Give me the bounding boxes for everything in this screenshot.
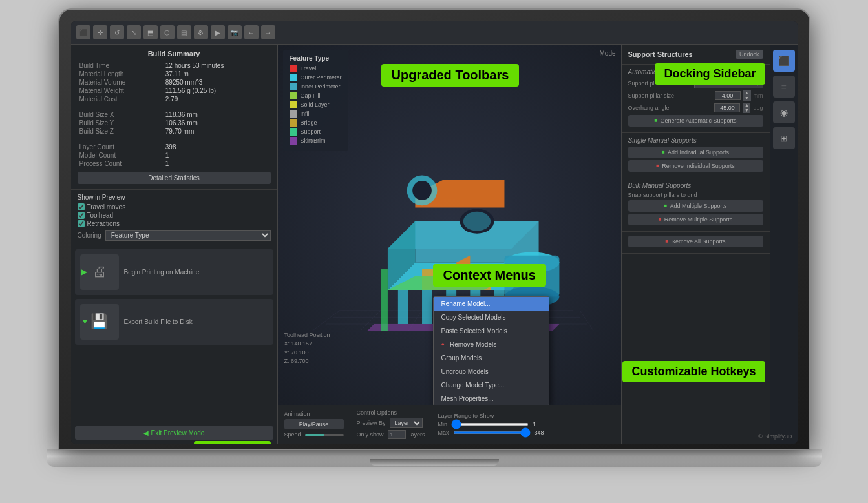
table-row: Model Count1 <box>78 151 271 159</box>
add-individual-button[interactable]: Add Individual Supports <box>628 147 763 158</box>
context-menu-item-ungroup[interactable]: Ungroup Models <box>434 365 549 378</box>
context-menu-item-change-type[interactable]: Change Model Type... <box>434 378 549 392</box>
legend-label-inner: Inner Perimeter <box>301 83 341 90</box>
toolbar-icon-move[interactable]: ✛ <box>93 25 107 39</box>
table-row: Build Size Z79.70 mm <box>78 127 271 136</box>
sidebar-icon-cube[interactable]: ⬛ <box>773 50 795 72</box>
context-menu-item-remove[interactable]: ● Remove Models <box>434 338 549 351</box>
max-slider[interactable] <box>453 431 531 434</box>
overhang-angle-label: Overhang angle <box>628 105 712 111</box>
table-row: Material Cost2.79 <box>78 95 271 103</box>
retractions-label: Retractions <box>87 220 120 227</box>
sidebar-icon-sphere[interactable]: ◉ <box>773 101 795 123</box>
legend-travel: Travel <box>290 65 342 72</box>
toolbar-icon-arrow-right[interactable]: → <box>261 25 275 39</box>
retractions-checkbox[interactable] <box>78 220 85 227</box>
legend-label-travel: Travel <box>301 65 317 72</box>
toolhead-pos-label: Toolhead Position <box>284 331 330 340</box>
overhang-angle-input[interactable] <box>714 103 740 112</box>
docking-sidebar-label: Docking Sidebar <box>655 63 765 85</box>
table-row: Layer Count398 <box>78 143 271 151</box>
toolbar-icon-support[interactable]: ⬡ <box>160 25 175 39</box>
overhang-angle-field: Overhang angle ▲ ▼ deg <box>628 103 763 113</box>
remove-all-button[interactable]: Remove All Supports <box>628 236 763 247</box>
table-row: Material Volume89250 mm^3 <box>78 78 271 87</box>
animation-group: Animation Play/Pause Speed <box>284 411 344 438</box>
laptop-outer: ⬛ ✛ ↺ ⤡ ⬒ ⬡ ▤ ⚙ ▶ 📷 ← → <box>47 10 822 494</box>
only-show-input[interactable] <box>388 430 406 439</box>
single-manual-title: Single Manual Supports <box>628 137 763 144</box>
max-value: 348 <box>535 429 544 436</box>
play-pause-button[interactable]: Play/Pause <box>284 419 344 429</box>
toolhead-checkbox[interactable] <box>78 212 85 219</box>
context-menu-item-rename[interactable]: Rename Model... <box>434 297 549 311</box>
single-manual-section: Single Manual Supports Add Individual Su… <box>622 133 770 178</box>
toolbar-icon-rotate[interactable]: ↺ <box>110 25 124 39</box>
legend-label-gap: Gap Fill <box>301 92 321 99</box>
toolbar-icon-raft[interactable]: ▤ <box>177 25 191 39</box>
toolbar-icon-mirror[interactable]: ⬒ <box>143 25 158 39</box>
toolbar-icon-settings[interactable]: ⚙ <box>194 25 208 39</box>
speed-slider[interactable] <box>305 434 344 436</box>
print-action-export: 💾 ▼ Export Build File to Disk <box>75 299 273 345</box>
preview-by-row: Preview By Layer <box>357 418 425 428</box>
viewport-3d[interactable]: Feature Type Travel Outer Perimeter <box>278 45 621 405</box>
pillar-down-btn[interactable]: ▼ <box>743 96 751 101</box>
context-menu-item-group[interactable]: Group Models <box>434 351 549 365</box>
retractions-row: Retractions <box>78 220 271 227</box>
generate-supports-button[interactable]: Generate Automatic Supports <box>628 115 763 127</box>
table-row: Process Count1 <box>78 159 271 168</box>
build-summary: Build Summary Build Time12 hours 53 minu… <box>71 45 277 190</box>
svg-point-20 <box>463 211 490 231</box>
toolbar-icon-scale[interactable]: ⤡ <box>127 25 141 39</box>
exit-preview-button[interactable]: ◀ Exit Preview Mode <box>75 426 273 440</box>
remove-individual-button[interactable]: Remove Individual Supports <box>628 160 763 172</box>
top-toolbar: ⬛ ✛ ↺ ⤡ ⬒ ⬡ ▤ ⚙ ▶ 📷 ← → <box>71 21 798 45</box>
legend-color-travel <box>290 65 297 72</box>
overhang-up-btn[interactable]: ▲ <box>743 103 750 108</box>
left-panel: Build Summary Build Time12 hours 53 minu… <box>71 45 278 444</box>
laptop-screen-bezel: ⬛ ✛ ↺ ⤡ ⬒ ⬡ ▤ ⚙ ▶ 📷 ← → <box>59 10 809 449</box>
feature-legend: Feature Type Travel Outer Perimeter <box>283 50 348 151</box>
toolhead-position: Toolhead Position X: 140.157 Y: 70.100 Z… <box>284 331 330 366</box>
coloring-select[interactable]: Feature Type <box>105 230 271 241</box>
laptop-hinge <box>370 459 499 466</box>
toolbar-icon-cube[interactable]: ⬛ <box>76 25 90 39</box>
layers-label: layers <box>410 431 425 438</box>
legend-color-gap <box>290 92 297 99</box>
min-label: Min <box>438 421 448 427</box>
toolbar-icon-camera[interactable]: 📷 <box>228 25 242 39</box>
overhang-down-btn[interactable]: ▼ <box>743 108 750 113</box>
context-menu-item-paste[interactable]: Paste Selected Models <box>434 324 549 338</box>
sidebar-icon-grid[interactable]: ⊞ <box>773 127 795 149</box>
travel-moves-checkbox[interactable] <box>78 203 85 210</box>
preview-by-select[interactable]: Layer <box>390 418 423 428</box>
detailed-stats-button[interactable]: Detailed Statistics <box>78 172 271 184</box>
legend-gap-fill: Gap Fill <box>290 92 342 99</box>
toolhead-pos-z: Z: 69.700 <box>284 357 330 366</box>
legend-color-inner <box>290 83 297 90</box>
remove-multiple-button[interactable]: Remove Multiple Supports <box>628 214 763 225</box>
webcam <box>432 15 437 20</box>
pillar-up-btn[interactable]: ▲ <box>743 90 751 96</box>
overhang-unit: deg <box>753 105 763 111</box>
support-pillar-input[interactable] <box>715 91 741 100</box>
legend-color-skirt <box>290 137 297 145</box>
add-multiple-button[interactable]: Add Multiple Supports <box>628 200 763 212</box>
table-row: Material Weight111.56 g (0.25 lb) <box>78 87 271 95</box>
toolhead-row: Toolhead <box>78 212 271 219</box>
toolbar-icon-print[interactable]: ▶ <box>211 25 225 39</box>
undock-button[interactable]: Undock <box>736 50 763 59</box>
toolhead-pos-x: X: 140.157 <box>284 340 330 349</box>
min-slider[interactable] <box>451 423 529 426</box>
sidebar-icon-bars[interactable]: ≡ <box>773 76 795 98</box>
legend-infill: Infill <box>290 110 342 118</box>
max-row: Max 348 <box>438 429 544 436</box>
print-action-machine: 🖨 ▶ Begin Printing on Machine <box>75 249 273 295</box>
context-menu-item-copy[interactable]: Copy Selected Models <box>434 311 549 324</box>
toolbar-icon-arrow-left[interactable]: ← <box>244 25 259 39</box>
overhang-spinner: ▲ ▼ <box>743 103 750 113</box>
sidebar-header: Support Structures Undock <box>622 45 770 65</box>
context-menu-item-mesh[interactable]: Mesh Properties... <box>434 392 549 405</box>
build-summary-title: Build Summary <box>78 50 271 57</box>
